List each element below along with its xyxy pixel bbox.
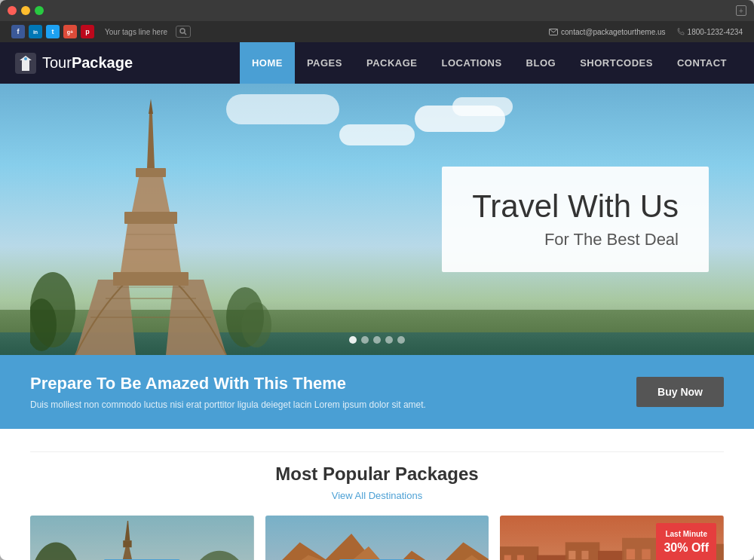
svg-rect-9 xyxy=(124,212,177,224)
site-logo[interactable]: TourPackage xyxy=(15,53,133,74)
logo-text: TourPackage xyxy=(42,54,133,72)
minimize-button[interactable] xyxy=(21,6,30,15)
main-nav: HOME PAGES PACKAGE LOCATIONS BLOG SHORTC… xyxy=(240,42,739,84)
eiffel-tower-image xyxy=(30,99,271,355)
googleplus-icon[interactable]: g+ xyxy=(63,25,77,38)
resize-icon[interactable]: + xyxy=(736,5,746,16)
nav-blog[interactable]: BLOG xyxy=(514,42,569,84)
promo-banner: Prepare To Be Amazed With This Theme Dui… xyxy=(0,355,754,429)
nav-shortcodes[interactable]: SHORTCODES xyxy=(568,42,665,84)
slider-dot-2[interactable] xyxy=(361,336,369,344)
nav-home[interactable]: HOME xyxy=(240,42,295,84)
tagline-text: Your tags line here xyxy=(105,28,167,36)
nav-package[interactable]: PACKAGE xyxy=(354,42,430,84)
packages-title: Most Popular Packages xyxy=(30,464,724,485)
slider-dot-4[interactable] xyxy=(385,336,393,344)
banner-description: Duis molliest non commodo luctus nisi er… xyxy=(30,399,452,410)
card-overlay-1 xyxy=(30,516,254,560)
banner-text: Prepare To Be Amazed With This Theme Dui… xyxy=(30,374,636,410)
email-icon xyxy=(549,29,558,35)
titlebar: + xyxy=(0,0,754,21)
svg-marker-13 xyxy=(149,99,153,114)
svg-marker-8 xyxy=(121,219,181,272)
nav-pages[interactable]: PAGES xyxy=(295,42,354,84)
maximize-button[interactable] xyxy=(35,6,44,15)
social-icons: f in t g+ p xyxy=(11,25,94,38)
hero-slider-dots xyxy=(349,336,405,344)
nav-locations[interactable]: LOCATIONS xyxy=(430,42,514,84)
facebook-icon[interactable]: f xyxy=(11,25,25,38)
packages-grid: Learn More xyxy=(30,516,724,560)
slider-dot-3[interactable] xyxy=(373,336,381,344)
search-box[interactable] xyxy=(176,26,191,38)
banner-title: Prepare To Be Amazed With This Theme xyxy=(30,374,636,393)
package-card-2[interactable]: Learn More xyxy=(265,516,489,560)
last-minute-badge: Last Minute 30% Off xyxy=(656,523,716,560)
hero-title: Travel With Us xyxy=(472,189,679,224)
packages-section: Most Popular Packages View All Destinati… xyxy=(0,429,754,560)
close-button[interactable] xyxy=(8,6,17,15)
hero-section: Travel With Us For The Best Deal xyxy=(0,84,754,355)
contact-info: contact@packagetourtheme.us 1800-1232-42… xyxy=(549,28,743,36)
package-card-3[interactable]: Last Minute 30% Off xyxy=(500,516,724,560)
svg-rect-7 xyxy=(113,272,188,286)
phone-info: 1800-1232-4234 xyxy=(677,28,743,36)
email-info: contact@packagetourtheme.us xyxy=(549,28,666,36)
logo-icon xyxy=(15,53,36,74)
packages-header: Most Popular Packages View All Destinati… xyxy=(30,464,724,502)
package-card-1[interactable]: Learn More xyxy=(30,516,254,560)
browser-window: + f in t g+ p Your tags line here contac… xyxy=(0,0,754,560)
pinterest-icon[interactable]: p xyxy=(81,25,94,38)
card-overlay-2 xyxy=(265,516,489,560)
svg-point-22 xyxy=(241,302,271,347)
linkedin-icon[interactable]: in xyxy=(29,25,42,38)
navbar: TourPackage HOME PAGES PACKAGE LOCATIONS… xyxy=(0,42,754,84)
hero-subtitle: For The Best Deal xyxy=(472,230,679,249)
buy-now-button[interactable]: Buy Now xyxy=(636,377,724,407)
phone-icon xyxy=(677,28,685,35)
svg-point-0 xyxy=(180,29,185,33)
badge-percent: 30% Off xyxy=(664,540,709,556)
twitter-icon[interactable]: t xyxy=(46,25,60,38)
slider-dot-5[interactable] xyxy=(397,336,405,344)
hero-text-box: Travel With Us For The Best Deal xyxy=(442,167,709,272)
svg-point-4 xyxy=(24,57,27,60)
badge-line1: Last Minute xyxy=(664,529,709,540)
svg-marker-10 xyxy=(132,174,170,212)
topbar: f in t g+ p Your tags line here contact@… xyxy=(0,21,754,42)
slider-dot-1[interactable] xyxy=(349,336,357,344)
svg-line-1 xyxy=(185,33,187,35)
search-icon xyxy=(179,28,187,35)
svg-rect-11 xyxy=(136,168,166,177)
section-divider xyxy=(30,451,724,452)
view-all-link[interactable]: View All Destinations xyxy=(332,490,422,501)
svg-marker-12 xyxy=(147,114,155,168)
nav-contact[interactable]: CONTACT xyxy=(665,42,739,84)
